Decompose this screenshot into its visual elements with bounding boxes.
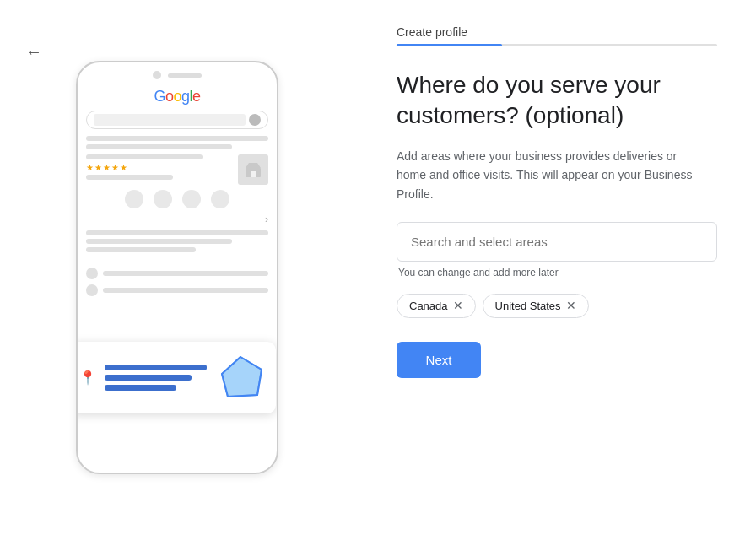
stars-row: ★ ★ ★ ★ ★ <box>86 163 231 172</box>
progress-label: Create profile <box>397 25 717 39</box>
left-panel: ← Google <box>0 0 354 535</box>
svg-rect-1 <box>251 171 256 177</box>
bottom-row <box>86 268 268 279</box>
listing-name-line <box>86 154 202 159</box>
star: ★ <box>86 163 94 172</box>
content-line <box>86 136 268 141</box>
phone-search-icon <box>249 114 261 126</box>
content-line <box>86 144 232 149</box>
card-lines <box>105 365 207 391</box>
card-line <box>105 375 192 381</box>
canada-chip-close[interactable]: ✕ <box>453 300 463 311</box>
bottom-icon <box>86 284 98 296</box>
action-icon <box>125 190 143 208</box>
star: ★ <box>94 163 102 172</box>
listing-detail-line <box>86 175 173 180</box>
star: ★ <box>120 163 127 172</box>
card-overlay: 📍 <box>76 342 276 413</box>
helper-text: You can change and add more later <box>397 267 717 278</box>
phone-mockup: Google ★ ★ ★ ★ <box>76 61 278 474</box>
listing-info: ★ ★ ★ ★ ★ <box>86 154 231 183</box>
united-states-chip[interactable]: United States ✕ <box>483 294 589 318</box>
star: ★ <box>103 163 111 172</box>
back-button[interactable]: ← <box>25 42 42 62</box>
chips-container: Canada ✕ United States ✕ <box>397 294 717 318</box>
card-line <box>105 385 176 391</box>
svg-marker-2 <box>222 357 262 397</box>
phone-search-bar <box>86 111 268 129</box>
phone-bottom <box>83 264 272 305</box>
phone-content-lines <box>86 136 268 149</box>
united-states-chip-close[interactable]: ✕ <box>566 300 576 311</box>
content-line <box>86 239 232 244</box>
progress-track <box>397 44 717 46</box>
bottom-line <box>103 271 268 276</box>
page-description: Add areas where your business provides d… <box>397 147 709 203</box>
content-line <box>86 230 268 235</box>
map-shape <box>215 353 266 403</box>
phone-camera <box>153 71 161 79</box>
phone-speaker <box>168 73 202 78</box>
bottom-row <box>86 284 268 296</box>
next-button[interactable]: Next <box>397 342 481 378</box>
phone-content-lines-2 <box>86 230 268 252</box>
action-icon <box>182 190 201 208</box>
search-field-container <box>397 222 717 262</box>
page-title: Where do you serve your customers? (opti… <box>397 70 717 132</box>
google-logo: Google <box>86 88 268 105</box>
phone-listing: ★ ★ ★ ★ ★ <box>86 154 268 185</box>
phone-top <box>83 71 272 79</box>
progress-bar-container: Create profile <box>397 25 717 46</box>
star: ★ <box>111 163 119 172</box>
areas-search-input[interactable] <box>397 222 717 262</box>
card-line <box>105 365 207 370</box>
bottom-line <box>103 288 268 293</box>
content-line <box>86 247 196 252</box>
pin-icon: 📍 <box>79 370 96 386</box>
store-icon <box>238 154 268 185</box>
canada-chip-label: Canada <box>409 300 448 312</box>
chevron-right-icon: › <box>86 213 268 225</box>
united-states-chip-label: United States <box>495 300 561 312</box>
bottom-icon <box>86 268 98 279</box>
right-panel: Create profile Where do you serve your c… <box>354 0 756 535</box>
phone-search-input <box>94 114 246 126</box>
action-icon <box>211 190 230 208</box>
action-icon <box>154 190 172 208</box>
progress-fill <box>397 44 502 46</box>
action-icons-row <box>86 190 268 208</box>
canada-chip[interactable]: Canada ✕ <box>397 294 476 318</box>
phone-content: Google ★ ★ ★ ★ <box>83 84 272 261</box>
